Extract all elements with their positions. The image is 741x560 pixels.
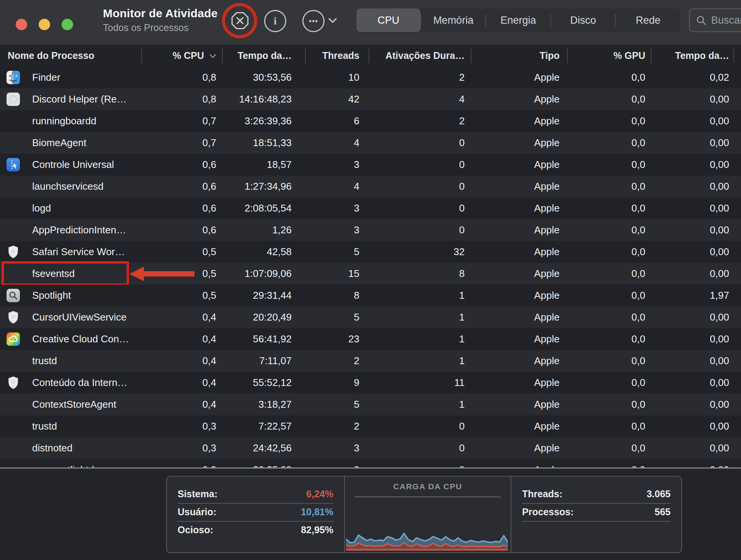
universal-control-icon (6, 158, 20, 172)
cell-gpu: 0,0 (569, 132, 645, 154)
table-row[interactable]: trustd0,37:22,5720Apple0,00,00 (0, 415, 741, 437)
table-row[interactable]: AppPredictionInten…0,61,2630Apple0,00,00 (0, 219, 741, 241)
zoom-window-button[interactable] (62, 19, 73, 30)
table-row[interactable]: corespotlightd0,330:35,0880Apple0,00,00 (0, 459, 741, 467)
count-stat-row: Processos:565 (522, 503, 671, 521)
search-field[interactable]: Buscar (689, 8, 741, 32)
column-divider (471, 49, 472, 63)
cell-wakeups: 0 (380, 154, 465, 176)
cell-threads: 5 (294, 241, 359, 263)
cell-gpu: 0,0 (569, 350, 645, 372)
cell-threads: 42 (294, 88, 359, 110)
table-row[interactable]: CursorUIViewService0,420:20,4951Apple0,0… (0, 306, 741, 328)
cell-threads: 5 (294, 394, 359, 415)
tab-energia[interactable]: Energia (486, 8, 550, 32)
finder-icon (6, 70, 20, 85)
stat-divider (522, 521, 671, 522)
table-row[interactable]: Conteúdo da Intern…0,455:52,12911Apple0,… (0, 372, 741, 394)
more-options-button[interactable]: ••• (302, 10, 325, 32)
cell-threads: 3 (294, 437, 359, 459)
cell-wakeups: 1 (380, 350, 465, 372)
cell-wakeups: 1 (380, 285, 465, 306)
cell-kind: Apple (475, 285, 560, 306)
cell-time: 3:26:39,36 (192, 110, 292, 132)
cell-kind: Apple (475, 437, 560, 459)
table-row[interactable]: Finder0,830:53,56102Apple0,00,02 (0, 67, 741, 88)
column-header-idle-wakeups[interactable]: Ativações Dura… (373, 45, 465, 67)
cell-time: 14:16:48,23 (192, 88, 292, 110)
table-row[interactable]: Creative Cloud Con…0,456:41,92231Apple0,… (0, 328, 741, 350)
stop-process-button[interactable] (229, 10, 251, 31)
cell-gpu: 0,0 (569, 437, 645, 459)
column-header-kind[interactable]: Tipo (475, 45, 560, 67)
cell-gpu_time: 0,00 (653, 263, 729, 285)
table-row[interactable]: Safari Service Wor…0,542,58532Apple0,00,… (0, 241, 741, 263)
process-name: CursorUIViewService (32, 306, 127, 328)
cell-kind: Apple (475, 241, 560, 263)
tab-rede[interactable]: Rede (616, 8, 680, 32)
cpu-load-chart (346, 525, 508, 551)
cell-kind: Apple (475, 88, 560, 110)
cell-kind: Apple (475, 372, 560, 394)
process-name: runningboardd (32, 110, 96, 132)
column-divider (651, 49, 651, 63)
table-row[interactable]: distnoted0,324:42,5630Apple0,00,00 (0, 437, 741, 459)
table-row[interactable]: runningboardd0,73:26:39,3662Apple0,00,00 (0, 110, 741, 132)
column-header-gpu-time[interactable]: Tempo da… (653, 45, 729, 67)
table-row[interactable]: launchservicesd0,61:27:34,9640Apple0,00,… (0, 176, 741, 197)
column-header-name[interactable]: Nome do Processo (8, 45, 138, 67)
cell-wakeups: 0 (380, 197, 465, 219)
cell-time: 1,26 (192, 219, 292, 241)
stat-value: 10,81% (301, 506, 333, 518)
cell-time: 7:22,57 (192, 415, 292, 437)
stop-octagon-icon (230, 11, 250, 31)
table-row[interactable]: logd0,62:08:05,5430Apple0,00,00 (0, 197, 741, 219)
cell-gpu: 0,0 (569, 459, 645, 467)
stat-value: 6,24% (306, 488, 333, 500)
cell-kind: Apple (475, 394, 560, 415)
column-header-gpu[interactable]: % GPU (569, 45, 645, 67)
process-name: trustd (32, 415, 57, 437)
search-placeholder: Buscar (711, 15, 741, 26)
inspect-process-button[interactable]: i (264, 10, 286, 32)
discord-helper-icon (6, 92, 20, 106)
window-title: Monitor de Atividade (103, 7, 218, 20)
annotation-arrow-shaft (142, 271, 194, 277)
table-row[interactable]: trustd0,47:11,0721Apple0,00,00 (0, 350, 741, 372)
cell-gpu_time: 0,00 (653, 437, 729, 459)
table-row[interactable]: Controle Universal0,618,5730Apple0,00,00 (0, 154, 741, 176)
cell-time: 7:11,07 (192, 350, 292, 372)
column-header-threads[interactable]: Threads (294, 45, 359, 67)
chevron-down-icon (328, 17, 338, 25)
cell-gpu_time: 1,97 (653, 285, 729, 306)
tab-memória[interactable]: Memória (421, 8, 486, 32)
cell-kind: Apple (475, 459, 560, 467)
cell-kind: Apple (475, 219, 560, 241)
process-name: corespotlightd (32, 459, 94, 467)
window-subtitle: Todos os Processos (103, 22, 218, 33)
table-row[interactable]: Discord Helper (Re…0,814:16:48,23424Appl… (0, 88, 741, 110)
view-segmented-control: CPUMemóriaEnergiaDiscoRede (356, 8, 680, 32)
shield-icon (6, 376, 20, 390)
table-row[interactable]: fseventsd0,51:07:09,06158Apple0,00,00 (0, 263, 741, 285)
table-row[interactable]: BiomeAgent0,718:51,3340Apple0,00,00 (0, 132, 741, 154)
table-row[interactable]: ContextStoreAgent0,43:18,2751Apple0,00,0… (0, 394, 741, 415)
cell-wakeups: 4 (380, 88, 465, 110)
activity-monitor-window: Monitor de Atividade Todos os Processos … (0, 0, 741, 560)
cell-time: 24:42,56 (192, 437, 292, 459)
spotlight-icon (6, 288, 20, 303)
tab-cpu[interactable]: CPU (356, 8, 421, 32)
toolbar: Monitor de Atividade Todos os Processos … (0, 0, 741, 45)
tab-disco[interactable]: Disco (551, 8, 615, 32)
cell-wakeups: 11 (380, 372, 465, 394)
table-header: Nome do Processo% CPUTempo da…ThreadsAti… (0, 45, 741, 67)
column-header-cpu-time[interactable]: Tempo da… (192, 45, 292, 67)
table-row[interactable]: Spotlight0,529:31,4481Apple0,01,97 (0, 285, 741, 306)
process-name: Spotlight (32, 285, 71, 306)
cpu-load-divider (355, 497, 501, 497)
close-window-button[interactable] (16, 19, 27, 30)
cell-wakeups: 1 (380, 394, 465, 415)
cell-kind: Apple (475, 306, 560, 328)
minimize-window-button[interactable] (39, 19, 50, 30)
cell-gpu_time: 0,00 (653, 328, 729, 350)
